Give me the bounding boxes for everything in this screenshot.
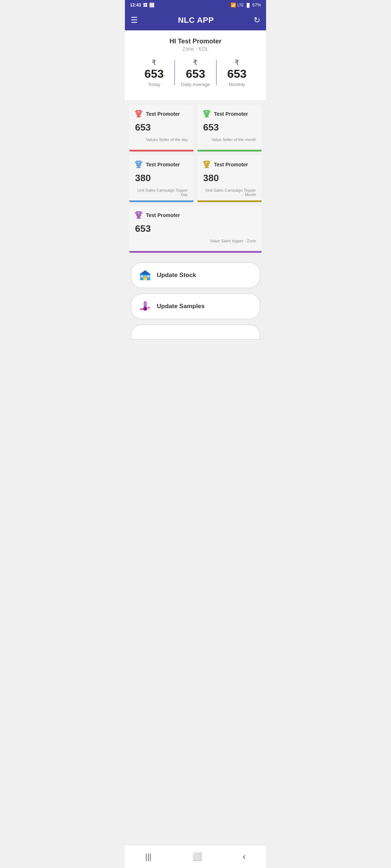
trophy-blue-icon <box>134 159 144 170</box>
stat-today: ₹ 653 Today <box>134 58 175 87</box>
svg-rect-7 <box>136 167 141 168</box>
cards-section: Test Promoter 653 Values Seller of the d… <box>125 100 266 253</box>
card2-header: Test Promoter <box>202 109 257 119</box>
cards-grid-middle: Test Promoter 380 Unit Sales Campaign To… <box>129 155 262 202</box>
svg-rect-18 <box>144 277 146 278</box>
card-unit-sales-day: Test Promoter 380 Unit Sales Campaign To… <box>129 155 194 202</box>
card2-value: 653 <box>202 122 257 133</box>
card5-value: 653 <box>134 223 257 234</box>
svg-rect-1 <box>136 116 141 118</box>
wifi-icon: 📶 <box>231 3 236 8</box>
trophy-red-icon <box>134 109 144 119</box>
cards-grid-top: Test Promoter 653 Values Seller of the d… <box>129 105 262 152</box>
card4-footer: Unit Sales Campaign Topper - Month <box>202 186 257 199</box>
svg-rect-20 <box>147 275 150 277</box>
svg-rect-6 <box>138 165 140 167</box>
stat-today-value: 653 <box>134 68 175 80</box>
stats-row: ₹ 653 Today ₹ 653 Daily Average ₹ 653 Mo… <box>131 58 260 87</box>
stat-monthly: ₹ 653 Monthly <box>216 58 257 87</box>
card1-header: Test Promoter <box>134 109 189 119</box>
user-info: HI Test Promoter Zone - KOL <box>131 38 260 52</box>
card1-bar <box>129 150 194 152</box>
svg-rect-22 <box>143 307 147 311</box>
update-samples-button[interactable]: Update Samples <box>131 293 260 319</box>
card1-footer: Values Seller of the day <box>134 135 189 144</box>
stat-daily-value: 653 <box>175 68 216 80</box>
status-bar: 12:43 🖼 ⬜ 📶 LTE ▐▌ 67% <box>125 0 266 10</box>
time-display: 12:43 <box>130 3 141 8</box>
samples-svg-icon <box>139 300 152 313</box>
card2-bar <box>197 150 262 152</box>
status-time: 12:43 🖼 ⬜ <box>130 3 155 8</box>
signal-icon: ▐▌ <box>245 3 251 7</box>
stat-today-label: Today <box>134 82 175 87</box>
stat-daily-label: Daily Average <box>175 82 216 87</box>
card-values-seller-month: Test Promoter 653 Value Seller of the mo… <box>197 105 262 152</box>
user-zone: Zone - KOL <box>131 46 260 52</box>
svg-rect-13 <box>136 218 141 219</box>
stat-daily: ₹ 653 Daily Average <box>175 58 216 87</box>
top-app-bar: ☰ NLC APP ↺ <box>125 10 266 30</box>
rupee-icon-daily: ₹ <box>175 58 216 67</box>
card1-value: 653 <box>134 122 189 133</box>
menu-icon[interactable]: ☰ <box>131 16 138 25</box>
trophy-gold-icon <box>202 159 212 170</box>
svg-rect-9 <box>206 165 208 167</box>
update-stock-button[interactable]: Update Stock <box>131 262 260 288</box>
card-values-seller-day: Test Promoter 653 Values Seller of the d… <box>129 105 194 152</box>
card2-footer: Value Seller of the month <box>202 135 257 144</box>
trophy-purple-icon <box>134 210 144 220</box>
svg-rect-25 <box>147 307 150 309</box>
svg-rect-23 <box>144 302 146 306</box>
svg-rect-3 <box>206 115 208 116</box>
card5-bar <box>129 251 262 253</box>
lte-icon: LTE <box>237 3 244 7</box>
rupee-icon-monthly: ₹ <box>216 58 257 67</box>
card5-header: Test Promoter <box>134 210 257 220</box>
user-name: HI Test Promoter <box>131 38 260 45</box>
card2-name: Test Promoter <box>214 111 248 117</box>
svg-rect-24 <box>140 309 143 310</box>
main-content: HI Test Promoter Zone - KOL ₹ 653 Today … <box>125 30 266 100</box>
card3-bar <box>129 200 194 202</box>
update-samples-label: Update Samples <box>157 303 205 310</box>
status-icons: 📶 LTE ▐▌ 67% <box>231 3 261 8</box>
svg-rect-12 <box>138 216 140 218</box>
screen-icon: ⬜ <box>149 3 155 8</box>
refresh-icon[interactable]: ↺ <box>254 16 260 25</box>
svg-rect-4 <box>205 116 209 118</box>
card5-footer: Value Sales topper - Zone <box>134 237 257 245</box>
card3-name: Test Promoter <box>146 162 180 167</box>
card4-bar <box>197 200 262 202</box>
card5-name: Test Promoter <box>146 212 180 218</box>
card1-name: Test Promoter <box>146 111 180 117</box>
card3-footer: Unit Sales Campaign Topper - Day <box>134 186 189 199</box>
rupee-icon-today: ₹ <box>134 58 175 67</box>
svg-rect-19 <box>141 275 143 277</box>
trophy-green-icon <box>202 109 212 119</box>
update-samples-icon <box>139 300 152 313</box>
card4-name: Test Promoter <box>214 162 248 167</box>
update-stock-label: Update Stock <box>157 272 196 279</box>
svg-marker-16 <box>139 270 151 275</box>
card-unit-sales-month: Test Promoter 380 Unit Sales Campaign To… <box>197 155 262 202</box>
update-stock-icon <box>139 269 152 282</box>
svg-rect-0 <box>138 115 140 116</box>
app-title: NLC APP <box>178 16 214 25</box>
stat-monthly-value: 653 <box>216 68 257 80</box>
photo-icon: 🖼 <box>143 3 147 8</box>
actions-section: Update Stock Update Samples <box>125 256 266 340</box>
third-action-partial <box>131 324 260 340</box>
battery-display: 67% <box>252 3 261 8</box>
card4-header: Test Promoter <box>202 159 257 170</box>
card4-value: 380 <box>202 173 257 184</box>
card3-value: 380 <box>134 173 189 184</box>
svg-rect-10 <box>205 167 209 168</box>
card-value-sales-zone: Test Promoter 653 Value Sales topper - Z… <box>129 206 262 253</box>
card3-header: Test Promoter <box>134 159 189 170</box>
stat-monthly-label: Monthly <box>216 82 257 87</box>
stock-svg-icon <box>139 269 152 282</box>
